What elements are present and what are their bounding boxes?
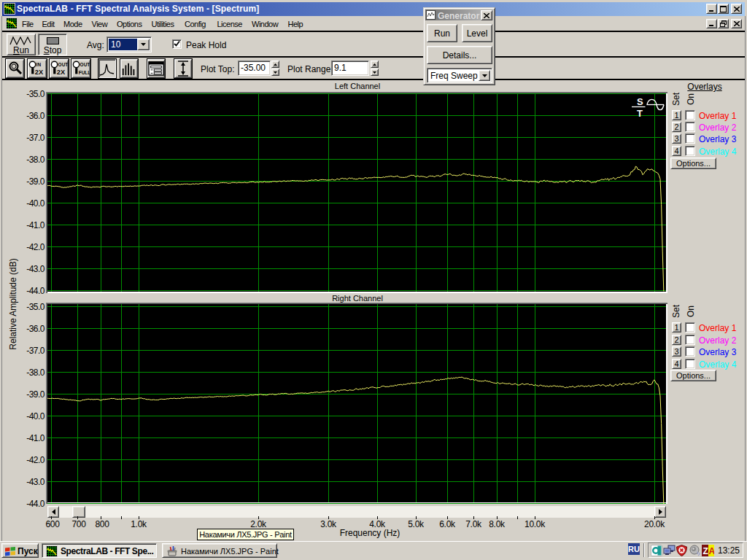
svg-text:OUT: OUT [80,62,90,67]
svg-text:OUT: OUT [58,62,68,67]
svg-text:S: S [637,96,643,107]
svg-text:2X: 2X [57,69,66,76]
svg-text:Z: Z [703,546,708,556]
svg-text:A: A [709,546,715,556]
svg-text:T: T [637,108,643,119]
svg-text:FULL: FULL [79,70,90,75]
svg-text:2X: 2X [35,69,44,76]
svg-text:IN: IN [36,62,42,67]
